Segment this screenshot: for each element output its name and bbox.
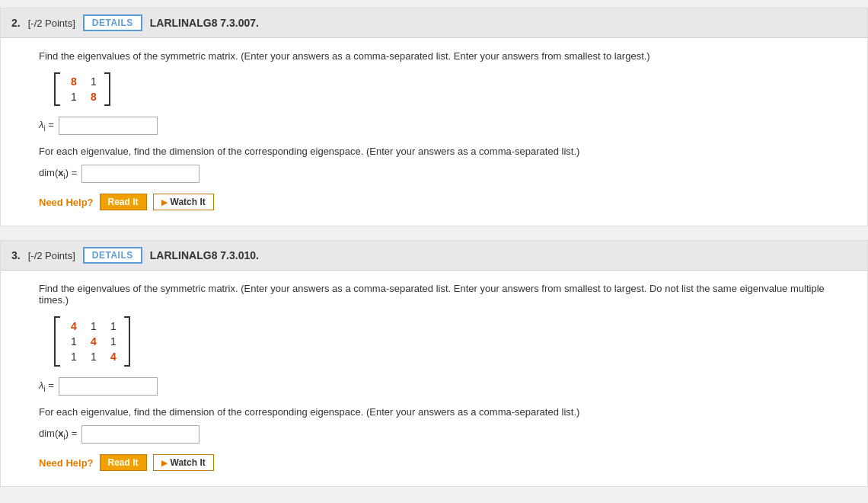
problem-3-eigenspace-instruction: For each eigenvalue, find the dimension …	[39, 406, 844, 418]
matrix3-cell-r3c1: 1	[68, 351, 77, 363]
problem-3-instruction: Find the eigenvalues of the symmetric ma…	[39, 283, 844, 306]
matrix-cell-r2c2: 8	[88, 91, 97, 103]
matrix3-cell-r1c2: 1	[88, 320, 97, 332]
problem-2-lambda-label: λi =	[39, 119, 54, 133]
problem-3-lambda-input[interactable]	[59, 377, 158, 396]
matrix-cell-r1c1: 8	[68, 75, 77, 88]
problem-2-lambda-row: λi =	[39, 117, 844, 135]
problem-2-dim-input[interactable]	[81, 165, 199, 183]
matrix3-row-3: 1 1 4	[68, 351, 116, 363]
problem-2-watch-it-button[interactable]: Watch It	[153, 194, 214, 210]
problem-2-lambda-input[interactable]	[59, 117, 158, 135]
problem-3-dim-label: dim(xi) =	[39, 428, 77, 441]
matrix3-cell-r2c2: 4	[88, 335, 97, 348]
problem-2-dim-row: dim(xi) =	[39, 165, 844, 183]
problem-3-section: 3. [-/2 Points] DETAILS LARLINALG8 7.3.0…	[0, 240, 868, 487]
matrix-row-2: 1 8	[68, 91, 97, 103]
problem-2-id: LARLINALG8 7.3.007.	[150, 17, 259, 29]
matrix3-cell-r1c1: 4	[68, 320, 77, 332]
problem-3-number: 3.	[11, 249, 21, 261]
matrix3-cells: 4 1 1 1 4 1 1 1 4	[68, 320, 116, 363]
problem-2-section: 2. [-/2 Points] DETAILS LARLINALG8 7.3.0…	[0, 8, 868, 226]
problem-3-dim-row: dim(xi) =	[39, 425, 844, 444]
matrix3-cell-r3c3: 4	[107, 351, 116, 363]
problem-3-matrix: 4 1 1 1 4 1 1 1 4	[54, 316, 130, 367]
matrix-cells: 8 1 1 8	[68, 75, 97, 103]
problem-3-id: LARLINALG8 7.3.010.	[150, 249, 259, 261]
problem-3-lambda-row: λi =	[39, 377, 844, 396]
problem-3-lambda-label: λi =	[39, 380, 54, 393]
problem-2-dim-label: dim(xi) =	[39, 167, 77, 181]
matrix-left-bracket	[54, 72, 60, 106]
problem-2-details-button[interactable]: DETAILS	[83, 14, 142, 31]
problem-2-points: [-/2 Points]	[28, 18, 75, 29]
matrix3-left-bracket	[54, 316, 60, 367]
problem-3-header: 3. [-/2 Points] DETAILS LARLINALG8 7.3.0…	[1, 241, 867, 271]
problem-2-number: 2.	[11, 17, 21, 29]
problem-2-instruction: Find the eigenvalues of the symmetric ma…	[39, 50, 844, 62]
matrix3-row-2: 1 4 1	[68, 335, 116, 348]
problem-2-need-help: Need Help?	[39, 197, 94, 208]
matrix-cell-r1c2: 1	[88, 75, 97, 88]
problem-2-header: 2. [-/2 Points] DETAILS LARLINALG8 7.3.0…	[1, 8, 867, 38]
matrix3-right-bracket	[124, 316, 130, 367]
problem-3-details-button[interactable]: DETAILS	[83, 247, 142, 264]
problem-2-body: Find the eigenvalues of the symmetric ma…	[1, 38, 867, 226]
matrix-row-1: 8 1	[68, 75, 97, 88]
problem-2-eigenspace-instruction: For each eigenvalue, find the dimension …	[39, 146, 844, 157]
problem-3-dim-input[interactable]	[81, 425, 199, 444]
problem-3-need-help: Need Help?	[39, 457, 94, 469]
problem-2-help-row: Need Help? Read It Watch It	[39, 194, 844, 210]
problem-3-help-row: Need Help? Read It Watch It	[39, 454, 844, 471]
matrix3-cell-r2c3: 1	[107, 335, 116, 348]
matrix3-cell-r2c1: 1	[68, 335, 77, 348]
page-wrapper: 2. [-/2 Points] DETAILS LARLINALG8 7.3.0…	[0, 0, 868, 503]
problem-3-read-it-button[interactable]: Read It	[100, 454, 147, 471]
problem-2-matrix: 8 1 1 8	[54, 72, 110, 106]
matrix3-cell-r1c3: 1	[107, 320, 116, 332]
problem-3-watch-it-button[interactable]: Watch It	[153, 454, 214, 471]
problem-3-points: [-/2 Points]	[28, 250, 75, 261]
problem-2-read-it-button[interactable]: Read It	[100, 194, 147, 210]
matrix-cell-r2c1: 1	[68, 91, 77, 103]
matrix-right-bracket	[104, 72, 110, 106]
problem-3-body: Find the eigenvalues of the symmetric ma…	[1, 271, 867, 486]
matrix3-cell-r3c2: 1	[88, 351, 97, 363]
matrix3-row-1: 4 1 1	[68, 320, 116, 332]
